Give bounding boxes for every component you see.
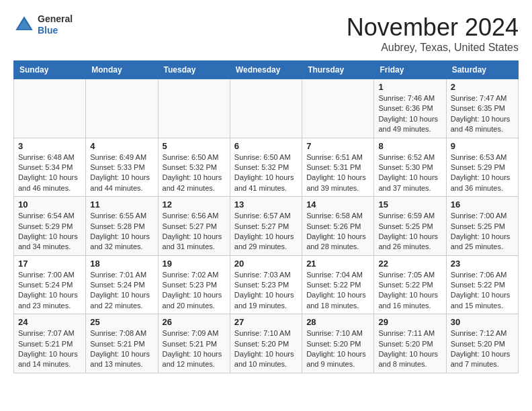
calendar-cell: 30Sunrise: 7:12 AM Sunset: 5:20 PM Dayli… [446, 314, 518, 373]
page-header: General Blue November 2024 Aubrey, Texas… [13, 13, 519, 54]
calendar-week-3: 10Sunrise: 6:54 AM Sunset: 5:29 PM Dayli… [14, 197, 519, 256]
calendar-cell [230, 79, 302, 138]
day-number: 9 [451, 141, 514, 151]
weekday-header-friday: Friday [374, 61, 446, 79]
calendar-week-1: 1Sunrise: 7:46 AM Sunset: 6:36 PM Daylig… [14, 79, 519, 138]
day-info: Sunrise: 7:46 AM Sunset: 6:36 PM Dayligh… [378, 93, 441, 135]
calendar-cell: 2Sunrise: 7:47 AM Sunset: 6:35 PM Daylig… [446, 79, 518, 138]
weekday-header-wednesday: Wednesday [230, 61, 302, 79]
month-title: November 2024 [347, 13, 519, 42]
logo-icon [13, 14, 35, 36]
calendar-week-2: 3Sunrise: 6:48 AM Sunset: 5:34 PM Daylig… [14, 138, 519, 197]
calendar-cell: 24Sunrise: 7:07 AM Sunset: 5:21 PM Dayli… [14, 314, 86, 373]
day-number: 25 [90, 317, 153, 327]
day-number: 18 [90, 259, 153, 269]
calendar-cell: 15Sunrise: 6:59 AM Sunset: 5:25 PM Dayli… [374, 197, 446, 256]
day-info: Sunrise: 6:59 AM Sunset: 5:25 PM Dayligh… [378, 211, 441, 253]
day-info: Sunrise: 6:57 AM Sunset: 5:27 PM Dayligh… [234, 211, 298, 253]
day-number: 29 [378, 317, 441, 327]
calendar-cell: 26Sunrise: 7:09 AM Sunset: 5:21 PM Dayli… [158, 314, 230, 373]
calendar-cell: 11Sunrise: 6:55 AM Sunset: 5:28 PM Dayli… [86, 197, 158, 256]
calendar-cell: 23Sunrise: 7:06 AM Sunset: 5:22 PM Dayli… [446, 255, 518, 314]
day-info: Sunrise: 6:49 AM Sunset: 5:33 PM Dayligh… [90, 152, 153, 194]
day-number: 13 [234, 199, 298, 210]
calendar-cell: 19Sunrise: 7:02 AM Sunset: 5:23 PM Dayli… [158, 255, 230, 314]
day-number: 2 [451, 82, 514, 92]
calendar-cell: 29Sunrise: 7:11 AM Sunset: 5:20 PM Dayli… [374, 314, 446, 373]
logo-text: General Blue [38, 13, 73, 36]
day-info: Sunrise: 7:10 AM Sunset: 5:20 PM Dayligh… [306, 328, 369, 370]
calendar-cell: 18Sunrise: 7:01 AM Sunset: 5:24 PM Dayli… [86, 255, 158, 314]
calendar-cell: 4Sunrise: 6:49 AM Sunset: 5:33 PM Daylig… [86, 138, 158, 197]
day-info: Sunrise: 7:00 AM Sunset: 5:24 PM Dayligh… [18, 270, 81, 312]
day-info: Sunrise: 7:07 AM Sunset: 5:21 PM Dayligh… [18, 328, 81, 370]
day-info: Sunrise: 6:55 AM Sunset: 5:28 PM Dayligh… [90, 211, 153, 253]
calendar-table: SundayMondayTuesdayWednesdayThursdayFrid… [13, 60, 519, 373]
day-number: 23 [451, 259, 514, 269]
day-info: Sunrise: 7:00 AM Sunset: 5:25 PM Dayligh… [451, 211, 514, 253]
day-number: 10 [18, 199, 81, 210]
calendar-body: 1Sunrise: 7:46 AM Sunset: 6:36 PM Daylig… [14, 79, 519, 373]
calendar-cell: 10Sunrise: 6:54 AM Sunset: 5:29 PM Dayli… [14, 197, 86, 256]
weekday-header-monday: Monday [86, 61, 158, 79]
day-number: 27 [234, 317, 298, 327]
day-info: Sunrise: 6:58 AM Sunset: 5:26 PM Dayligh… [306, 211, 369, 253]
day-info: Sunrise: 7:04 AM Sunset: 5:22 PM Dayligh… [306, 270, 369, 312]
day-number: 8 [378, 141, 441, 151]
day-number: 3 [18, 141, 81, 151]
day-number: 16 [451, 199, 514, 210]
day-info: Sunrise: 7:11 AM Sunset: 5:20 PM Dayligh… [378, 328, 441, 370]
calendar-cell: 1Sunrise: 7:46 AM Sunset: 6:36 PM Daylig… [374, 79, 446, 138]
weekday-header-tuesday: Tuesday [158, 61, 230, 79]
title-block: November 2024 Aubrey, Texas, United Stat… [347, 13, 519, 54]
calendar-cell [158, 79, 230, 138]
calendar-cell [14, 79, 86, 138]
day-number: 30 [451, 317, 514, 327]
day-number: 19 [163, 259, 226, 269]
calendar-cell [86, 79, 158, 138]
day-number: 12 [163, 199, 226, 210]
calendar-cell: 28Sunrise: 7:10 AM Sunset: 5:20 PM Dayli… [302, 314, 374, 373]
weekday-header-saturday: Saturday [446, 61, 518, 79]
day-number: 28 [306, 317, 369, 327]
weekday-header-sunday: Sunday [14, 61, 86, 79]
day-info: Sunrise: 7:08 AM Sunset: 5:21 PM Dayligh… [90, 328, 153, 370]
calendar-cell: 12Sunrise: 6:56 AM Sunset: 5:27 PM Dayli… [158, 197, 230, 256]
day-info: Sunrise: 7:06 AM Sunset: 5:22 PM Dayligh… [451, 270, 514, 312]
calendar-cell: 25Sunrise: 7:08 AM Sunset: 5:21 PM Dayli… [86, 314, 158, 373]
calendar-cell: 7Sunrise: 6:51 AM Sunset: 5:31 PM Daylig… [302, 138, 374, 197]
day-number: 22 [378, 259, 441, 269]
day-number: 6 [234, 141, 298, 151]
day-info: Sunrise: 6:50 AM Sunset: 5:32 PM Dayligh… [163, 152, 226, 194]
day-info: Sunrise: 7:47 AM Sunset: 6:35 PM Dayligh… [451, 93, 514, 135]
weekday-header-row: SundayMondayTuesdayWednesdayThursdayFrid… [14, 61, 519, 79]
calendar-cell: 17Sunrise: 7:00 AM Sunset: 5:24 PM Dayli… [14, 255, 86, 314]
weekday-header-thursday: Thursday [302, 61, 374, 79]
calendar-cell: 8Sunrise: 6:52 AM Sunset: 5:30 PM Daylig… [374, 138, 446, 197]
day-info: Sunrise: 7:02 AM Sunset: 5:23 PM Dayligh… [163, 270, 226, 312]
calendar-cell: 22Sunrise: 7:05 AM Sunset: 5:22 PM Dayli… [374, 255, 446, 314]
day-info: Sunrise: 6:53 AM Sunset: 5:29 PM Dayligh… [451, 152, 514, 194]
day-info: Sunrise: 7:03 AM Sunset: 5:23 PM Dayligh… [234, 270, 298, 312]
calendar-cell: 20Sunrise: 7:03 AM Sunset: 5:23 PM Dayli… [230, 255, 302, 314]
day-number: 21 [306, 259, 369, 269]
calendar-week-4: 17Sunrise: 7:00 AM Sunset: 5:24 PM Dayli… [14, 255, 519, 314]
calendar-cell: 6Sunrise: 6:50 AM Sunset: 5:32 PM Daylig… [230, 138, 302, 197]
calendar-week-5: 24Sunrise: 7:07 AM Sunset: 5:21 PM Dayli… [14, 314, 519, 373]
calendar-cell: 27Sunrise: 7:10 AM Sunset: 5:20 PM Dayli… [230, 314, 302, 373]
calendar-cell: 13Sunrise: 6:57 AM Sunset: 5:27 PM Dayli… [230, 197, 302, 256]
day-number: 14 [306, 199, 369, 210]
calendar-cell: 14Sunrise: 6:58 AM Sunset: 5:26 PM Dayli… [302, 197, 374, 256]
calendar-cell: 21Sunrise: 7:04 AM Sunset: 5:22 PM Dayli… [302, 255, 374, 314]
day-number: 24 [18, 317, 81, 327]
day-info: Sunrise: 7:10 AM Sunset: 5:20 PM Dayligh… [234, 328, 298, 370]
day-info: Sunrise: 7:09 AM Sunset: 5:21 PM Dayligh… [163, 328, 226, 370]
day-number: 20 [234, 259, 298, 269]
location: Aubrey, Texas, United States [347, 42, 519, 54]
day-number: 4 [90, 141, 153, 151]
day-number: 17 [18, 259, 81, 269]
day-number: 11 [90, 199, 153, 210]
calendar-cell: 16Sunrise: 7:00 AM Sunset: 5:25 PM Dayli… [446, 197, 518, 256]
logo: General Blue [13, 13, 73, 36]
calendar-cell: 5Sunrise: 6:50 AM Sunset: 5:32 PM Daylig… [158, 138, 230, 197]
